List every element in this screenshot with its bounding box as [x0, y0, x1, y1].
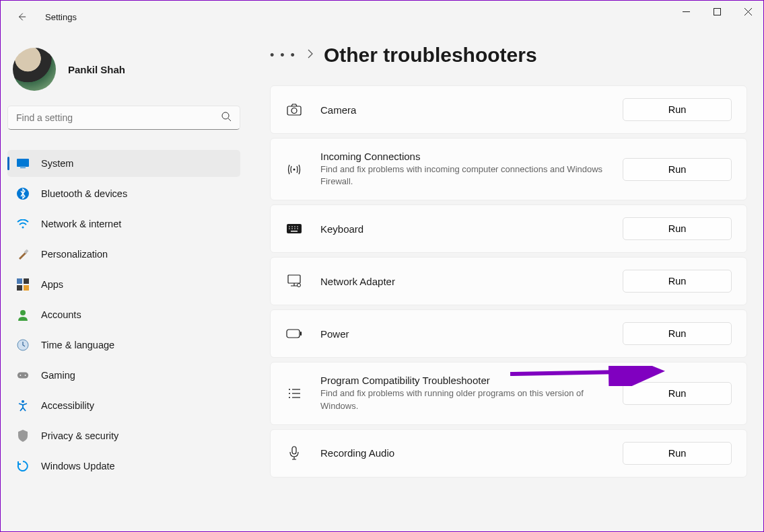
- svg-point-35: [289, 393, 290, 394]
- run-button-network-adapter[interactable]: Run: [623, 270, 732, 293]
- troubleshooter-row-power: Power Run: [270, 309, 747, 358]
- nav-label: Bluetooth & devices: [41, 188, 127, 199]
- nav-label: Network & internet: [41, 219, 121, 229]
- nav-label: Accounts: [41, 309, 81, 320]
- svg-point-15: [25, 375, 26, 376]
- nav-label: Apps: [41, 279, 63, 290]
- troubleshooter-row-compat: Program Compatibility Troubleshooter Fin…: [270, 362, 747, 424]
- svg-rect-32: [287, 330, 300, 338]
- run-button-power[interactable]: Run: [623, 322, 732, 345]
- nav-item-update[interactable]: Windows Update: [7, 453, 240, 480]
- nav-item-personalization[interactable]: Personalization: [7, 241, 240, 268]
- nav-label: Personalization: [41, 249, 108, 260]
- svg-rect-37: [292, 447, 296, 454]
- svg-point-5: [22, 227, 24, 229]
- shield-icon: [17, 430, 29, 442]
- svg-rect-30: [288, 275, 300, 283]
- nav-list: System Bluetooth & devices Network & int…: [7, 150, 243, 480]
- list-icon: [285, 387, 303, 400]
- troubleshooter-row-network-adapter: Network Adapter Run: [270, 257, 747, 305]
- person-icon: [17, 309, 29, 321]
- card-title: Program Compatibility Troubleshooter: [320, 375, 623, 386]
- system-icon: [17, 157, 29, 169]
- nav-label: Accessibility: [41, 400, 94, 411]
- card-title: Keyboard: [320, 223, 623, 235]
- run-button-compat[interactable]: Run: [623, 382, 732, 405]
- update-icon: [17, 460, 29, 472]
- svg-point-36: [289, 397, 290, 398]
- nav-label: Windows Update: [41, 461, 115, 471]
- svg-point-22: [291, 227, 293, 228]
- troubleshooter-row-incoming: Incoming Connections Find and fix proble…: [270, 138, 747, 200]
- page-title: Other troubleshooters: [324, 44, 537, 67]
- accessibility-icon: [17, 400, 29, 412]
- nav-item-accounts[interactable]: Accounts: [7, 301, 240, 328]
- nav-label: Time & language: [41, 340, 114, 350]
- search-box[interactable]: [7, 106, 240, 130]
- nav-item-apps[interactable]: Apps: [7, 271, 240, 298]
- profile-name: Pankil Shah: [68, 64, 125, 75]
- troubleshooter-row-keyboard: Keyboard Run: [270, 204, 747, 253]
- card-desc: Find and fix problems with running older…: [320, 387, 610, 412]
- maximize-button[interactable]: [701, 1, 732, 22]
- wifi-icon: [17, 218, 29, 230]
- nav-item-system[interactable]: System: [7, 150, 240, 177]
- nav-item-network[interactable]: Network & internet: [7, 211, 240, 237]
- svg-point-24: [297, 227, 298, 228]
- clock-icon: [17, 339, 29, 351]
- run-button-recording[interactable]: Run: [623, 442, 732, 465]
- svg-rect-29: [291, 231, 298, 232]
- nav-item-bluetooth[interactable]: Bluetooth & devices: [7, 180, 240, 207]
- svg-point-19: [293, 168, 296, 170]
- avatar: [13, 48, 56, 91]
- keyboard-icon: [285, 223, 303, 234]
- main-content: • • • Other troubleshooters Camera Run I…: [243, 33, 763, 531]
- titlebar: Settings: [1, 1, 763, 33]
- back-button[interactable]: [17, 12, 26, 22]
- svg-rect-10: [24, 285, 29, 291]
- window-controls: [670, 1, 763, 22]
- nav-item-accessibility[interactable]: Accessibility: [7, 392, 240, 419]
- svg-rect-33: [300, 332, 302, 336]
- nav-item-gaming[interactable]: Gaming: [7, 362, 240, 389]
- nav-label: Gaming: [41, 370, 75, 381]
- svg-rect-9: [17, 285, 22, 291]
- svg-rect-2: [17, 159, 29, 167]
- svg-point-14: [20, 375, 22, 376]
- nav-label: Privacy & security: [41, 430, 118, 441]
- card-title: Power: [320, 328, 623, 340]
- breadcrumb-ellipsis[interactable]: • • •: [270, 48, 296, 63]
- brush-icon: [17, 248, 29, 260]
- svg-rect-0: [714, 8, 720, 15]
- apps-icon: [17, 278, 29, 291]
- minimize-button[interactable]: [670, 1, 701, 22]
- svg-point-1: [222, 112, 229, 119]
- svg-rect-8: [24, 278, 29, 284]
- run-button-keyboard[interactable]: Run: [623, 217, 732, 240]
- svg-rect-3: [20, 167, 26, 168]
- svg-point-23: [294, 227, 296, 228]
- svg-point-16: [22, 400, 24, 403]
- search-icon: [221, 111, 232, 124]
- svg-point-21: [289, 227, 290, 228]
- nav-item-privacy[interactable]: Privacy & security: [7, 422, 240, 449]
- svg-point-28: [297, 229, 298, 230]
- monitor-network-icon: [285, 274, 303, 288]
- gamepad-icon: [17, 369, 29, 381]
- search-input[interactable]: [16, 112, 221, 123]
- close-button[interactable]: [732, 1, 763, 22]
- run-button-camera[interactable]: Run: [623, 98, 732, 121]
- nav-item-time[interactable]: Time & language: [7, 332, 240, 358]
- sidebar: Pankil Shah System Bluetooth & devices N…: [1, 33, 243, 531]
- breadcrumb: • • • Other troubleshooters: [270, 44, 747, 67]
- svg-point-34: [289, 389, 290, 390]
- card-title: Network Adapter: [320, 276, 623, 287]
- troubleshooter-row-recording: Recording Audio Run: [270, 429, 747, 478]
- troubleshooter-row-camera: Camera Run: [270, 85, 747, 134]
- bluetooth-icon: [17, 188, 29, 200]
- card-desc: Find and fix problems with incoming comp…: [320, 163, 610, 188]
- run-button-incoming[interactable]: Run: [623, 158, 732, 181]
- camera-icon: [285, 104, 303, 116]
- svg-point-31: [298, 284, 301, 287]
- profile-block[interactable]: Pankil Shah: [7, 36, 243, 106]
